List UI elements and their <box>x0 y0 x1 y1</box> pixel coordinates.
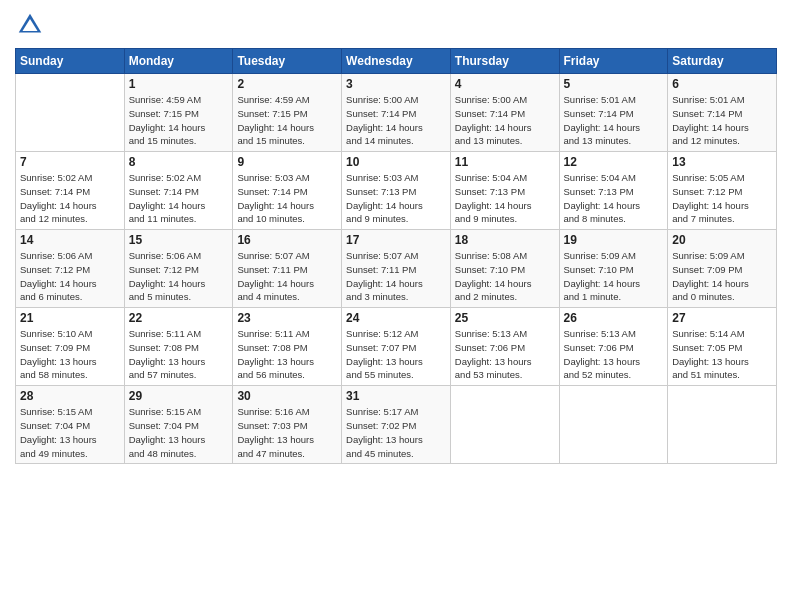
day-number: 22 <box>129 311 229 325</box>
week-row-3: 14Sunrise: 5:06 AM Sunset: 7:12 PM Dayli… <box>16 230 777 308</box>
day-info: Sunrise: 5:07 AM Sunset: 7:11 PM Dayligh… <box>237 249 337 304</box>
day-cell: 6Sunrise: 5:01 AM Sunset: 7:14 PM Daylig… <box>668 74 777 152</box>
day-info: Sunrise: 5:02 AM Sunset: 7:14 PM Dayligh… <box>20 171 120 226</box>
day-info: Sunrise: 5:09 AM Sunset: 7:10 PM Dayligh… <box>564 249 664 304</box>
day-cell <box>16 74 125 152</box>
day-cell: 28Sunrise: 5:15 AM Sunset: 7:04 PM Dayli… <box>16 386 125 464</box>
day-number: 9 <box>237 155 337 169</box>
day-number: 14 <box>20 233 120 247</box>
day-number: 20 <box>672 233 772 247</box>
day-info: Sunrise: 5:08 AM Sunset: 7:10 PM Dayligh… <box>455 249 555 304</box>
day-info: Sunrise: 5:13 AM Sunset: 7:06 PM Dayligh… <box>564 327 664 382</box>
day-info: Sunrise: 5:15 AM Sunset: 7:04 PM Dayligh… <box>20 405 120 460</box>
day-cell: 11Sunrise: 5:04 AM Sunset: 7:13 PM Dayli… <box>450 152 559 230</box>
day-cell: 14Sunrise: 5:06 AM Sunset: 7:12 PM Dayli… <box>16 230 125 308</box>
day-number: 1 <box>129 77 229 91</box>
day-cell: 12Sunrise: 5:04 AM Sunset: 7:13 PM Dayli… <box>559 152 668 230</box>
week-row-2: 7Sunrise: 5:02 AM Sunset: 7:14 PM Daylig… <box>16 152 777 230</box>
day-cell: 26Sunrise: 5:13 AM Sunset: 7:06 PM Dayli… <box>559 308 668 386</box>
day-info: Sunrise: 5:17 AM Sunset: 7:02 PM Dayligh… <box>346 405 446 460</box>
col-header-tuesday: Tuesday <box>233 49 342 74</box>
week-row-5: 28Sunrise: 5:15 AM Sunset: 7:04 PM Dayli… <box>16 386 777 464</box>
day-number: 26 <box>564 311 664 325</box>
day-cell: 29Sunrise: 5:15 AM Sunset: 7:04 PM Dayli… <box>124 386 233 464</box>
day-cell: 27Sunrise: 5:14 AM Sunset: 7:05 PM Dayli… <box>668 308 777 386</box>
day-number: 13 <box>672 155 772 169</box>
day-info: Sunrise: 5:00 AM Sunset: 7:14 PM Dayligh… <box>346 93 446 148</box>
day-cell: 20Sunrise: 5:09 AM Sunset: 7:09 PM Dayli… <box>668 230 777 308</box>
day-cell: 21Sunrise: 5:10 AM Sunset: 7:09 PM Dayli… <box>16 308 125 386</box>
day-info: Sunrise: 5:02 AM Sunset: 7:14 PM Dayligh… <box>129 171 229 226</box>
day-cell: 17Sunrise: 5:07 AM Sunset: 7:11 PM Dayli… <box>342 230 451 308</box>
day-cell <box>668 386 777 464</box>
day-number: 29 <box>129 389 229 403</box>
day-number: 25 <box>455 311 555 325</box>
day-cell <box>450 386 559 464</box>
day-number: 16 <box>237 233 337 247</box>
day-info: Sunrise: 5:11 AM Sunset: 7:08 PM Dayligh… <box>237 327 337 382</box>
day-cell: 9Sunrise: 5:03 AM Sunset: 7:14 PM Daylig… <box>233 152 342 230</box>
header <box>15 10 777 40</box>
day-number: 8 <box>129 155 229 169</box>
day-cell: 16Sunrise: 5:07 AM Sunset: 7:11 PM Dayli… <box>233 230 342 308</box>
day-info: Sunrise: 5:09 AM Sunset: 7:09 PM Dayligh… <box>672 249 772 304</box>
day-cell: 7Sunrise: 5:02 AM Sunset: 7:14 PM Daylig… <box>16 152 125 230</box>
day-info: Sunrise: 5:05 AM Sunset: 7:12 PM Dayligh… <box>672 171 772 226</box>
day-number: 27 <box>672 311 772 325</box>
day-number: 5 <box>564 77 664 91</box>
day-info: Sunrise: 5:00 AM Sunset: 7:14 PM Dayligh… <box>455 93 555 148</box>
day-info: Sunrise: 5:15 AM Sunset: 7:04 PM Dayligh… <box>129 405 229 460</box>
week-row-1: 1Sunrise: 4:59 AM Sunset: 7:15 PM Daylig… <box>16 74 777 152</box>
day-info: Sunrise: 5:07 AM Sunset: 7:11 PM Dayligh… <box>346 249 446 304</box>
day-cell: 10Sunrise: 5:03 AM Sunset: 7:13 PM Dayli… <box>342 152 451 230</box>
day-cell: 5Sunrise: 5:01 AM Sunset: 7:14 PM Daylig… <box>559 74 668 152</box>
day-info: Sunrise: 5:04 AM Sunset: 7:13 PM Dayligh… <box>455 171 555 226</box>
day-cell <box>559 386 668 464</box>
day-info: Sunrise: 5:03 AM Sunset: 7:14 PM Dayligh… <box>237 171 337 226</box>
day-info: Sunrise: 5:16 AM Sunset: 7:03 PM Dayligh… <box>237 405 337 460</box>
day-cell: 13Sunrise: 5:05 AM Sunset: 7:12 PM Dayli… <box>668 152 777 230</box>
day-cell: 30Sunrise: 5:16 AM Sunset: 7:03 PM Dayli… <box>233 386 342 464</box>
day-cell: 8Sunrise: 5:02 AM Sunset: 7:14 PM Daylig… <box>124 152 233 230</box>
col-header-friday: Friday <box>559 49 668 74</box>
day-cell: 3Sunrise: 5:00 AM Sunset: 7:14 PM Daylig… <box>342 74 451 152</box>
day-number: 10 <box>346 155 446 169</box>
day-cell: 31Sunrise: 5:17 AM Sunset: 7:02 PM Dayli… <box>342 386 451 464</box>
day-info: Sunrise: 5:04 AM Sunset: 7:13 PM Dayligh… <box>564 171 664 226</box>
day-number: 24 <box>346 311 446 325</box>
col-header-thursday: Thursday <box>450 49 559 74</box>
day-cell: 4Sunrise: 5:00 AM Sunset: 7:14 PM Daylig… <box>450 74 559 152</box>
col-header-sunday: Sunday <box>16 49 125 74</box>
day-number: 15 <box>129 233 229 247</box>
logo <box>15 10 49 40</box>
day-cell: 22Sunrise: 5:11 AM Sunset: 7:08 PM Dayli… <box>124 308 233 386</box>
day-cell: 24Sunrise: 5:12 AM Sunset: 7:07 PM Dayli… <box>342 308 451 386</box>
day-number: 12 <box>564 155 664 169</box>
day-info: Sunrise: 5:01 AM Sunset: 7:14 PM Dayligh… <box>564 93 664 148</box>
col-header-wednesday: Wednesday <box>342 49 451 74</box>
day-cell: 18Sunrise: 5:08 AM Sunset: 7:10 PM Dayli… <box>450 230 559 308</box>
day-number: 17 <box>346 233 446 247</box>
day-number: 31 <box>346 389 446 403</box>
day-cell: 2Sunrise: 4:59 AM Sunset: 7:15 PM Daylig… <box>233 74 342 152</box>
day-number: 21 <box>20 311 120 325</box>
col-header-saturday: Saturday <box>668 49 777 74</box>
day-info: Sunrise: 5:06 AM Sunset: 7:12 PM Dayligh… <box>129 249 229 304</box>
day-info: Sunrise: 4:59 AM Sunset: 7:15 PM Dayligh… <box>129 93 229 148</box>
day-info: Sunrise: 5:12 AM Sunset: 7:07 PM Dayligh… <box>346 327 446 382</box>
day-info: Sunrise: 5:03 AM Sunset: 7:13 PM Dayligh… <box>346 171 446 226</box>
day-info: Sunrise: 5:11 AM Sunset: 7:08 PM Dayligh… <box>129 327 229 382</box>
day-info: Sunrise: 5:13 AM Sunset: 7:06 PM Dayligh… <box>455 327 555 382</box>
day-number: 2 <box>237 77 337 91</box>
day-number: 3 <box>346 77 446 91</box>
day-number: 30 <box>237 389 337 403</box>
day-number: 18 <box>455 233 555 247</box>
day-number: 11 <box>455 155 555 169</box>
day-cell: 15Sunrise: 5:06 AM Sunset: 7:12 PM Dayli… <box>124 230 233 308</box>
day-number: 19 <box>564 233 664 247</box>
week-row-4: 21Sunrise: 5:10 AM Sunset: 7:09 PM Dayli… <box>16 308 777 386</box>
day-cell: 23Sunrise: 5:11 AM Sunset: 7:08 PM Dayli… <box>233 308 342 386</box>
day-info: Sunrise: 5:10 AM Sunset: 7:09 PM Dayligh… <box>20 327 120 382</box>
calendar-table: SundayMondayTuesdayWednesdayThursdayFrid… <box>15 48 777 464</box>
day-info: Sunrise: 5:01 AM Sunset: 7:14 PM Dayligh… <box>672 93 772 148</box>
